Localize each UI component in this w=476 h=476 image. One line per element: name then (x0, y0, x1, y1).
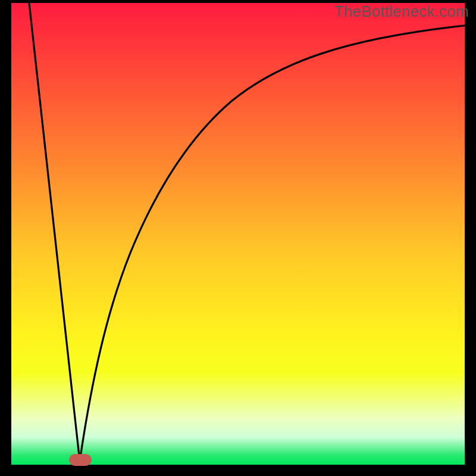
curve-path (29, 3, 465, 461)
chart-area (11, 3, 465, 465)
watermark-text: TheBottleneck.com (334, 2, 469, 21)
optimal-point-marker (69, 454, 92, 466)
chart-lines (11, 3, 465, 465)
